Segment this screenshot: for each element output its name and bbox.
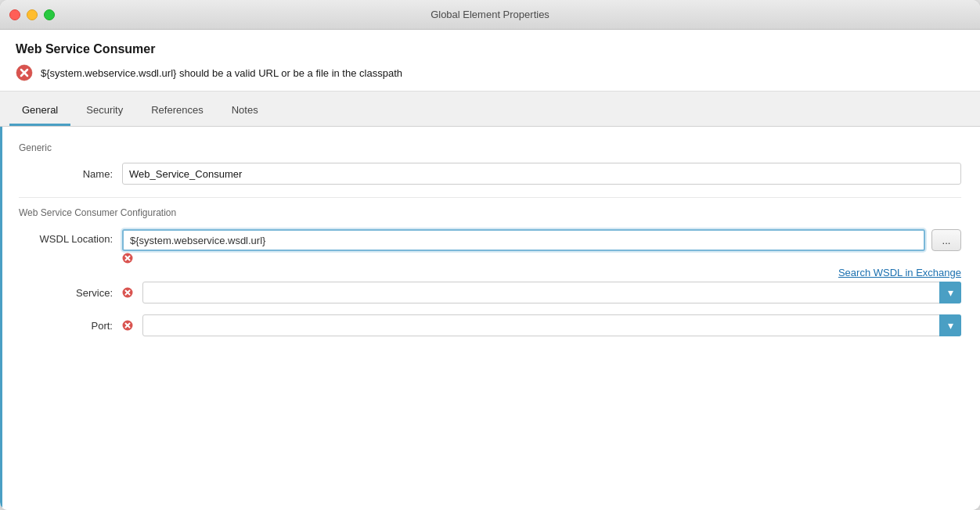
wsdl-label: WSDL Location:	[19, 229, 113, 245]
maximize-button[interactable]	[44, 9, 55, 20]
name-input[interactable]	[122, 163, 961, 185]
close-button[interactable]	[9, 9, 20, 20]
wsdl-row: WSDL Location: ...	[19, 229, 961, 278]
name-row: Name:	[19, 163, 961, 185]
tab-references[interactable]: References	[139, 98, 215, 126]
generic-section-label: Generic	[19, 142, 961, 153]
main-panel: Generic Name: Web Service Consumer Confi…	[0, 127, 980, 510]
content-area: Web Service Consumer ${system.webservice…	[0, 30, 980, 510]
window: Global Element Properties Web Service Co…	[0, 0, 980, 510]
service-dropdown-arrow[interactable]	[939, 282, 961, 303]
port-error-icon-wrap	[122, 320, 133, 331]
port-select-wrapper	[142, 314, 961, 336]
wsdl-error-row	[122, 253, 961, 264]
title-bar: Global Element Properties	[0, 0, 980, 30]
port-dropdown-arrow[interactable]	[939, 314, 961, 336]
error-text: ${system.webservice.wsdl.url} should be …	[41, 67, 402, 79]
wsdl-error-icon	[122, 253, 133, 264]
error-icon	[16, 64, 33, 81]
window-controls	[9, 9, 55, 20]
service-label: Service:	[19, 287, 113, 299]
service-row: Service:	[19, 282, 961, 303]
search-link-row: Search WSDL in Exchange	[122, 267, 961, 278]
service-error-icon	[122, 287, 133, 298]
component-title: Web Service Consumer	[16, 42, 964, 56]
service-select[interactable]	[142, 282, 961, 303]
service-error-icon-wrap	[122, 287, 133, 298]
minimize-button[interactable]	[27, 9, 38, 20]
wsdl-input-group: ... Search WSDL in Exchange	[122, 229, 961, 278]
browse-button[interactable]: ...	[931, 229, 961, 251]
port-label: Port:	[19, 320, 113, 332]
config-section-label: Web Service Consumer Configuration	[19, 207, 961, 218]
tabs-bar: General Security References Notes	[0, 92, 980, 127]
tab-notes[interactable]: Notes	[219, 98, 271, 126]
section-divider	[19, 197, 961, 198]
tab-security[interactable]: Security	[74, 98, 135, 126]
window-title: Global Element Properties	[431, 9, 549, 20]
port-row: Port:	[19, 314, 961, 336]
port-error-icon	[122, 320, 133, 331]
header-section: Web Service Consumer ${system.webservice…	[0, 30, 980, 92]
port-select[interactable]	[142, 314, 961, 336]
wsdl-input[interactable]	[122, 229, 925, 251]
left-accent-bar	[0, 127, 2, 510]
name-label: Name:	[19, 168, 113, 180]
tab-general[interactable]: General	[9, 98, 70, 126]
service-select-wrapper	[142, 282, 961, 303]
wsdl-input-row: ...	[122, 229, 961, 251]
search-wsdl-link[interactable]: Search WSDL in Exchange	[838, 267, 961, 278]
error-banner: ${system.webservice.wsdl.url} should be …	[16, 64, 964, 81]
